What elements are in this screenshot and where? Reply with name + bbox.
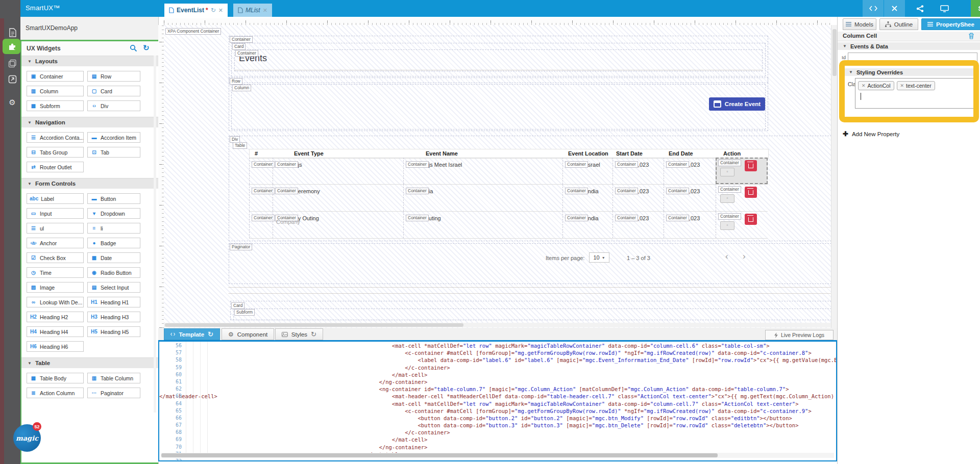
doc-tab-mlist[interactable]: MList✕ [233, 4, 272, 17]
code-line[interactable]: 67 <button data-comp-id="button.3" id="b… [159, 422, 836, 429]
table-cell[interactable]: Container,023 [664, 158, 716, 184]
code-line[interactable]: 61 </ng-container> [159, 379, 836, 386]
delete-button[interactable] [745, 187, 757, 198]
canvas-horizontal-scrollbar[interactable] [164, 323, 831, 327]
widget-row[interactable]: ▤Row [87, 71, 140, 82]
table-cell[interactable]: Container [249, 184, 273, 211]
widget-subform[interactable]: ▦Subform [27, 100, 84, 111]
page-size-select[interactable]: 10 ▼ [589, 252, 609, 263]
close-icon[interactable]: ✕ [263, 7, 267, 14]
search-icon[interactable] [130, 44, 137, 52]
code-line[interactable]: 68 </c-container> [159, 429, 836, 436]
widget-time[interactable]: ◷Time [27, 267, 84, 278]
inner-container-chip[interactable]: Container [235, 50, 258, 57]
container-chip[interactable]: Container [615, 188, 638, 194]
widgets-scrollbar[interactable] [154, 56, 156, 413]
table-cell[interactable]: Container▫ [716, 184, 768, 211]
code-line[interactable]: 72 [159, 458, 836, 461]
xpa-root-chip[interactable]: XPA Component Container [165, 28, 221, 35]
table-cell[interactable]: Containery OutingCompany [273, 211, 403, 238]
scrollbar-thumb[interactable] [165, 323, 463, 327]
widget-paginator[interactable]: ⋯Paginator [87, 388, 140, 398]
widget-table-body[interactable]: ▦Table Body [27, 373, 84, 383]
preview-monitor-icon[interactable] [934, 0, 954, 17]
widget-image[interactable]: ▨Image [27, 282, 84, 293]
container-chip[interactable]: Container [406, 161, 429, 168]
widget-section-header-navigation[interactable]: ▼Navigation [21, 117, 158, 127]
widget-section-header-layouts[interactable]: ▼Layouts [21, 56, 158, 66]
widget-heading-h6[interactable]: H6Heading H6 [27, 341, 84, 352]
class-chip-text-center[interactable]: ✕text-center [897, 81, 935, 90]
tab-styles[interactable]: Styles ↻ [275, 328, 323, 340]
widget-heading-h5[interactable]: H5Heading H5 [87, 326, 140, 337]
share-icon[interactable] [910, 0, 930, 17]
remove-chip-icon[interactable]: ✕ [900, 83, 904, 88]
table-chip[interactable]: Table [233, 142, 247, 149]
remove-chip-icon[interactable]: ✕ [862, 83, 866, 88]
widget-ul[interactable]: ☰ul [27, 223, 84, 234]
code-view-button[interactable] [863, 0, 884, 17]
components-layers-icon[interactable] [4, 57, 20, 70]
widget-li[interactable]: ≡li [87, 223, 140, 234]
widget-check-box[interactable]: ☑Check Box [27, 252, 84, 263]
table-cell[interactable]: Container [249, 211, 273, 238]
code-lines[interactable]: 56 <mat-cell *matCellDef="let row" magic… [159, 342, 836, 461]
widget-card[interactable]: ▢Card [87, 86, 140, 96]
table-cell[interactable]: Containerndia [562, 211, 612, 238]
table-cell[interactable]: Container,023 [612, 211, 664, 238]
next-page-icon[interactable]: › [743, 251, 746, 262]
section-events-data[interactable]: ▼ Events & Data [838, 42, 980, 50]
refresh-icon[interactable]: ↻ [311, 330, 316, 338]
section-styling-overrides[interactable]: ▼ Styling Overrides [844, 68, 974, 76]
table-header--[interactable]: # [255, 150, 258, 157]
table-cell[interactable]: Containereremony [273, 184, 403, 211]
code-line[interactable]: 69 </mat-cell> [159, 436, 836, 444]
table-cell[interactable]: Containerjs [273, 158, 403, 184]
container-chip[interactable]: Container [718, 160, 741, 166]
card-chip[interactable]: Card [232, 43, 246, 50]
container-chip[interactable]: Container [565, 188, 588, 194]
widget-container[interactable]: ▣Container [27, 71, 84, 82]
code-line[interactable]: 58 <label data-comp-id="label.6" id="lab… [159, 357, 836, 364]
widget-dropdown[interactable]: ▾Dropdown [87, 208, 140, 219]
design-canvas[interactable]: XPA Component Container Container Card C… [164, 25, 831, 328]
container-chip[interactable]: Container [406, 215, 429, 221]
container-chip[interactable]: Container [275, 161, 298, 168]
widget-div[interactable]: ‹›Div [87, 100, 140, 111]
delete-button[interactable] [745, 160, 757, 171]
container-chip[interactable]: Container [666, 188, 689, 194]
container-chip[interactable]: Container [252, 161, 275, 168]
widget-lookup-with-de[interactable]: ∞Lookup With De... [27, 297, 84, 307]
class-chips-input[interactable]: ✕ActionCol✕text-center [855, 78, 974, 109]
tab-template[interactable]: Template ↻ [164, 328, 220, 340]
widget-badge[interactable]: ●Badge [87, 238, 140, 248]
widget-router-outlet[interactable]: ⇄Router Outlet [27, 162, 84, 172]
tab-component[interactable]: ⚙ Component [222, 328, 274, 340]
widgets-puzzle-icon[interactable] [4, 40, 20, 53]
table-cell[interactable]: Container,023 [664, 184, 716, 211]
widget-section-header-table[interactable]: ▼Table [21, 357, 158, 368]
widget-accordion-conta[interactable]: ☰Accordion Conta... [27, 132, 84, 143]
widget-accordion-item[interactable]: ▬Accordion Item [87, 132, 140, 143]
container-chip[interactable]: Container [718, 213, 741, 220]
previous-page-icon[interactable]: ‹ [725, 251, 728, 262]
container-chip[interactable]: Container [565, 215, 588, 221]
widget-select-input[interactable]: ▤Select Input [87, 282, 140, 293]
tab-propertysheet[interactable]: PropertyShee [921, 18, 980, 30]
widget-heading-h3[interactable]: H3Heading H3 [87, 312, 140, 322]
project-name[interactable]: SmartUXDemoApp [20, 17, 158, 40]
widget-action-column[interactable]: ≣Action Column [27, 388, 84, 398]
code-line[interactable]: 60 </mat-cell> [159, 372, 836, 379]
code-line[interactable]: 57 <c-container #matCell [formGroup]="mg… [159, 350, 836, 357]
container-chip[interactable]: Container [565, 161, 588, 168]
scrollbar-thumb[interactable] [161, 453, 718, 457]
table-cell[interactable]: Container,023 [612, 184, 664, 211]
table-cell[interactable]: Containerndia [562, 184, 612, 211]
code-horizontal-scrollbar[interactable] [161, 453, 834, 458]
tab-outline[interactable]: Outline [879, 18, 918, 30]
container-chip[interactable]: Container [718, 186, 741, 193]
widget-date[interactable]: ▦Date [87, 252, 140, 263]
widget-heading-h4[interactable]: H4Heading H4 [27, 326, 84, 337]
scrollbar-thumb[interactable] [832, 29, 837, 76]
row-chip[interactable]: Row [230, 78, 242, 85]
